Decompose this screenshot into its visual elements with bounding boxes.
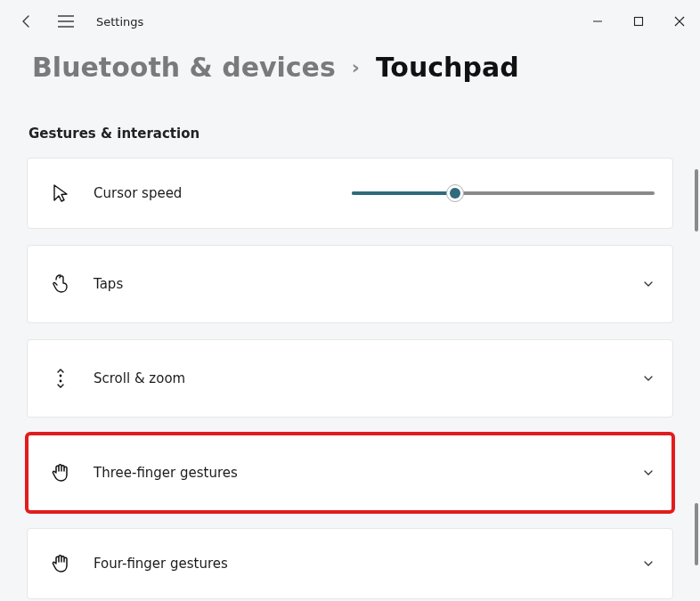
three-finger-gestures-row[interactable]: Three-finger gestures <box>27 434 673 512</box>
app-title: Settings <box>96 15 143 28</box>
four-finger-gestures-row[interactable]: Four-finger gestures <box>27 528 673 599</box>
breadcrumb-parent[interactable]: Bluetooth & devices <box>32 52 336 83</box>
chevron-down-icon <box>642 372 655 385</box>
scroll-zoom-icon <box>47 368 74 389</box>
title-bar: Settings <box>0 0 700 43</box>
chevron-down-icon <box>642 467 655 479</box>
back-button[interactable] <box>18 12 36 30</box>
window-controls <box>577 7 700 36</box>
cursor-speed-label: Cursor speed <box>94 185 182 201</box>
taps-row[interactable]: Taps <box>27 245 673 323</box>
section-title: Gestures & interaction <box>28 126 673 142</box>
cursor-speed-slider[interactable] <box>352 183 655 204</box>
cursor-icon <box>47 183 74 203</box>
taps-label: Taps <box>94 276 123 292</box>
hand-icon <box>47 463 74 483</box>
svg-point-7 <box>60 375 62 378</box>
scroll-zoom-label: Scroll & zoom <box>94 370 185 386</box>
chevron-right-icon: › <box>352 56 360 78</box>
four-finger-label: Four-finger gestures <box>94 556 228 572</box>
chevron-down-icon <box>642 557 655 570</box>
three-finger-label: Three-finger gestures <box>94 465 238 481</box>
page-title: Touchpad <box>376 52 519 83</box>
breadcrumb: Bluetooth & devices › Touchpad <box>32 52 668 83</box>
scrollbar[interactable] <box>695 503 698 565</box>
hamburger-menu-icon[interactable] <box>57 12 75 30</box>
scroll-zoom-row[interactable]: Scroll & zoom <box>27 339 673 418</box>
close-button[interactable] <box>659 7 700 36</box>
minimize-button[interactable] <box>577 7 618 36</box>
hand-icon <box>47 554 74 573</box>
svg-point-8 <box>60 380 62 383</box>
cursor-speed-row: Cursor speed <box>27 158 673 229</box>
svg-rect-4 <box>635 18 643 26</box>
tap-icon <box>47 274 74 294</box>
maximize-button[interactable] <box>618 7 659 36</box>
scrollbar[interactable] <box>695 169 698 231</box>
chevron-down-icon <box>642 278 655 290</box>
